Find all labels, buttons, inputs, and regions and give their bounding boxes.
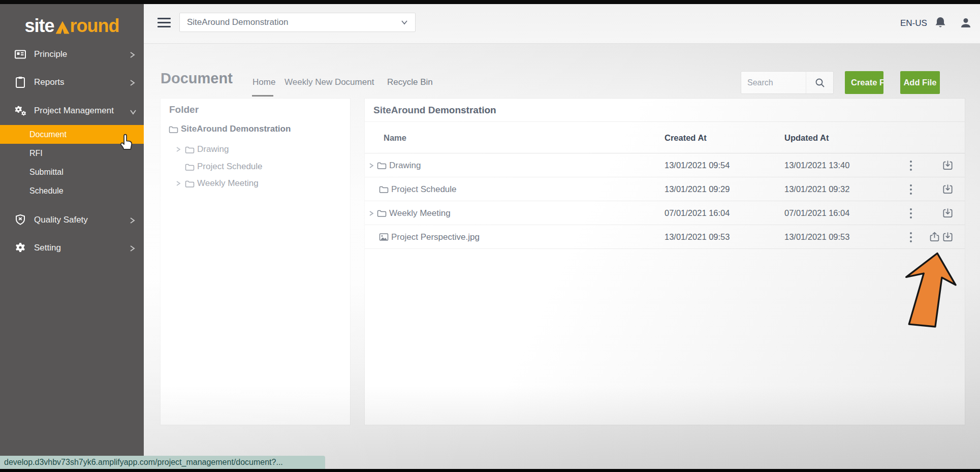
project-selector-value: SiteAround Demonstration bbox=[187, 17, 401, 27]
row-updated-at: 13/01/2021 13:40 bbox=[784, 153, 849, 177]
logo-arrow-icon bbox=[56, 21, 70, 34]
shield-icon bbox=[14, 214, 26, 226]
project-selector-dropdown[interactable]: SiteAround Demonstration bbox=[179, 13, 416, 32]
tree-item-project-schedule[interactable]: Project Schedule bbox=[161, 159, 350, 175]
logo-text-site: site bbox=[24, 15, 54, 37]
table-panel-title: SiteAround Demonstration bbox=[365, 99, 965, 122]
tree-item-label: Drawing bbox=[197, 144, 229, 154]
chevron-right-icon bbox=[130, 79, 136, 86]
chevron-down-icon bbox=[401, 17, 408, 27]
main-content: Document Home Weekly New Document Recycl… bbox=[144, 44, 980, 469]
locale-selector[interactable]: EN-US bbox=[900, 18, 927, 28]
sidebar-item-submittal[interactable]: Submittal bbox=[0, 163, 144, 181]
sidebar-item-project-management[interactable]: Project Management bbox=[0, 97, 144, 124]
sidebar-item-reports[interactable]: Reports bbox=[0, 69, 144, 96]
folder-icon bbox=[185, 145, 196, 154]
tree-item-weekly-meeting[interactable]: Weekly Meeting bbox=[161, 175, 350, 192]
sidebar-item-label: Principle bbox=[34, 49, 130, 59]
tab-weekly-new-document[interactable]: Weekly New Document bbox=[284, 77, 374, 87]
row-name: Project Schedule bbox=[391, 184, 457, 195]
search-bar bbox=[741, 71, 834, 94]
mouse-cursor bbox=[116, 131, 134, 150]
chevron-right-icon[interactable] bbox=[176, 146, 185, 152]
sidebar-item-schedule[interactable]: Schedule bbox=[0, 181, 144, 200]
image-file-icon bbox=[379, 233, 391, 241]
row-menu-button[interactable] bbox=[904, 153, 918, 177]
id-card-icon bbox=[14, 48, 26, 60]
sidebar-item-label: Reports bbox=[34, 77, 130, 87]
row-menu-button[interactable] bbox=[904, 177, 918, 201]
sidebar-item-label: Schedule bbox=[29, 186, 64, 196]
folder-icon bbox=[169, 125, 180, 134]
document-table-panel: SiteAround Demonstration Name Created At… bbox=[365, 99, 965, 425]
tree-item-label: Weekly Meeting bbox=[197, 178, 259, 188]
table-row[interactable]: Weekly Meeting 07/01/2021 16:04 07/01/20… bbox=[365, 201, 965, 225]
chevron-right-icon[interactable] bbox=[369, 163, 377, 169]
add-file-button[interactable]: Add File bbox=[900, 71, 940, 94]
chevron-right-icon bbox=[130, 244, 136, 251]
download-button[interactable] bbox=[941, 201, 954, 225]
folder-icon bbox=[185, 163, 196, 171]
row-name-cell[interactable]: Weekly Meeting bbox=[369, 201, 451, 225]
row-name: Drawing bbox=[389, 161, 421, 171]
search-input[interactable] bbox=[741, 72, 806, 93]
sidebar-item-quality-safety[interactable]: Quality Safety bbox=[0, 206, 144, 234]
table-row[interactable]: Project Schedule 13/01/2021 09:29 13/01/… bbox=[365, 177, 965, 201]
clipboard-icon bbox=[14, 76, 26, 88]
chevron-right-icon bbox=[130, 216, 136, 224]
sidebar-item-label: Project Management bbox=[34, 106, 130, 116]
download-button[interactable] bbox=[941, 177, 954, 201]
sidebar-item-label: Setting bbox=[34, 243, 130, 253]
row-name-cell[interactable]: Project Schedule bbox=[379, 177, 457, 201]
chevron-right-icon[interactable] bbox=[176, 180, 185, 186]
row-name-cell[interactable]: Project Perspective.jpg bbox=[379, 225, 480, 249]
tree-item-label: Project Schedule bbox=[197, 162, 263, 172]
gear-icon bbox=[14, 242, 26, 254]
app-window: siteround Principle Reports bbox=[0, 0, 980, 472]
share-button[interactable] bbox=[928, 225, 941, 249]
column-header-created-at: Created At bbox=[665, 133, 707, 143]
chevron-right-icon[interactable] bbox=[369, 210, 377, 216]
row-updated-at: 13/01/2021 09:32 bbox=[784, 177, 849, 201]
row-created-at: 13/01/2021 09:53 bbox=[665, 225, 730, 249]
tree-item-root[interactable]: SiteAround Demonstration bbox=[161, 121, 350, 137]
column-header-updated-at: Updated At bbox=[784, 133, 829, 143]
row-menu-button[interactable] bbox=[904, 201, 918, 225]
sidebar-item-label: Submittal bbox=[29, 168, 64, 177]
tree-item-label: SiteAround Demonstration bbox=[181, 124, 291, 134]
tab-recycle-bin[interactable]: Recycle Bin bbox=[387, 77, 433, 87]
hamburger-menu-button[interactable] bbox=[157, 18, 171, 29]
sidebar-item-setting[interactable]: Setting bbox=[0, 234, 144, 262]
page-title: Document bbox=[161, 70, 233, 87]
folder-icon bbox=[185, 179, 196, 188]
status-url-bar: develop.d3vhbv73sh7yk6.amplifyapp.com/pr… bbox=[0, 456, 325, 469]
row-created-at: 07/01/2021 16:04 bbox=[665, 201, 730, 225]
column-header-name: Name bbox=[384, 133, 406, 143]
download-button[interactable] bbox=[941, 153, 954, 177]
folder-icon bbox=[379, 185, 391, 194]
create-folder-button[interactable]: Create Folder bbox=[845, 71, 883, 94]
sidebar-item-label: Quality Safety bbox=[34, 215, 130, 225]
download-button[interactable] bbox=[941, 225, 954, 249]
letterbox-top bbox=[0, 0, 980, 4]
chevron-right-icon bbox=[130, 51, 136, 58]
chevron-down-icon bbox=[130, 107, 136, 114]
table-row[interactable]: Drawing 13/01/2021 09:54 13/01/2021 13:4… bbox=[365, 153, 965, 177]
row-created-at: 13/01/2021 09:29 bbox=[665, 177, 730, 201]
active-tab-underline bbox=[252, 95, 273, 97]
tab-home[interactable]: Home bbox=[252, 77, 275, 87]
sidebar-item-principle[interactable]: Principle bbox=[0, 41, 144, 68]
folder-panel-title: Folder bbox=[161, 99, 350, 121]
table-row[interactable]: Project Perspective.jpg 13/01/2021 09:53… bbox=[365, 225, 965, 249]
search-icon[interactable] bbox=[806, 72, 833, 93]
row-name-cell[interactable]: Drawing bbox=[369, 153, 421, 177]
user-account-icon[interactable] bbox=[959, 16, 972, 29]
row-created-at: 13/01/2021 09:54 bbox=[665, 153, 730, 177]
folder-icon bbox=[377, 209, 389, 217]
sidebar: siteround Principle Reports bbox=[0, 4, 144, 469]
letterbox-bottom bbox=[0, 469, 980, 472]
notifications-bell-icon[interactable] bbox=[934, 16, 946, 29]
tree-item-drawing[interactable]: Drawing bbox=[161, 141, 350, 158]
logo-text-round: round bbox=[70, 15, 119, 37]
topbar: SiteAround Demonstration EN-US bbox=[144, 4, 980, 44]
